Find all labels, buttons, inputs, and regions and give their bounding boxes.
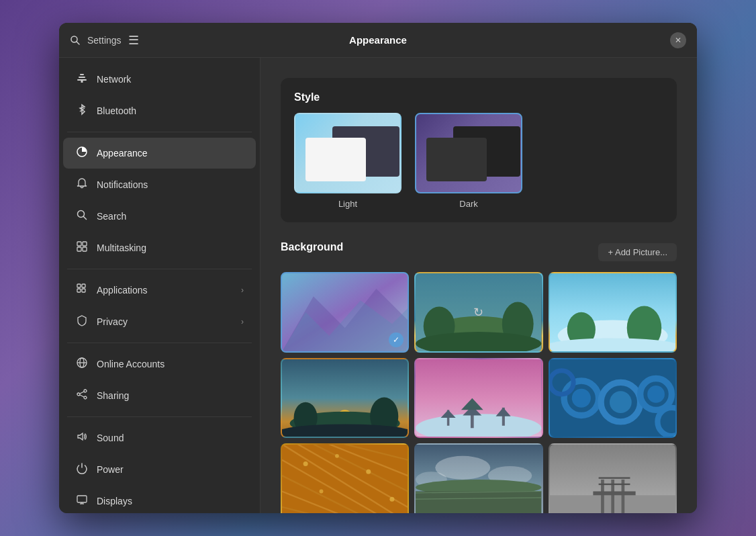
- wallpaper-item-1[interactable]: ✓: [281, 272, 409, 353]
- sidebar-item-multitasking[interactable]: Multitasking: [63, 232, 256, 263]
- sidebar-item-sound[interactable]: Sound: [63, 422, 256, 453]
- sidebar-item-sharing[interactable]: Sharing: [63, 380, 256, 411]
- svg-rect-10: [83, 242, 87, 246]
- svg-rect-25: [77, 496, 87, 502]
- svg-rect-13: [77, 284, 81, 287]
- svg-rect-12: [83, 247, 87, 251]
- network-icon: [75, 72, 89, 87]
- panel-title: Appearance: [150, 34, 606, 46]
- titlebar-left: Settings ☰: [70, 33, 150, 48]
- sidebar-label-appearance: Appearance: [97, 148, 148, 159]
- titlebar: Settings ☰ Appearance ✕: [59, 23, 697, 58]
- svg-rect-2: [77, 79, 87, 81]
- svg-rect-4: [80, 74, 84, 75]
- wallpaper-item-3[interactable]: [549, 272, 677, 353]
- svg-rect-107: [598, 484, 630, 485]
- sound-icon: [75, 431, 89, 445]
- wallpaper-item-2[interactable]: ↻: [414, 272, 542, 353]
- sidebar-item-applications[interactable]: Applications ›: [63, 275, 256, 306]
- sidebar-item-search[interactable]: Search: [63, 201, 256, 232]
- notifications-icon: [75, 177, 89, 192]
- search-icon: [75, 209, 89, 224]
- wallpaper-item-5[interactable]: [414, 358, 542, 439]
- sidebar-label-sound: Sound: [97, 433, 124, 443]
- background-section: Background + Add Picture...: [281, 241, 677, 513]
- multitasking-icon: [75, 240, 89, 255]
- svg-rect-15: [77, 289, 81, 292]
- sidebar-item-displays[interactable]: Displays: [63, 486, 256, 513]
- applications-icon: [75, 283, 89, 298]
- svg-rect-9: [77, 242, 81, 246]
- svg-rect-108: [598, 478, 630, 479]
- style-label-dark: Dark: [459, 199, 477, 209]
- style-preview-light: [294, 113, 401, 193]
- svg-point-90: [366, 470, 371, 474]
- svg-rect-14: [82, 284, 85, 287]
- wallpaper-item-9[interactable]: [549, 443, 677, 513]
- add-picture-button[interactable]: + Add Picture...: [598, 243, 677, 261]
- sidebar-label-multitasking: Multitasking: [97, 242, 146, 253]
- titlebar-search-icon[interactable]: [70, 35, 81, 46]
- close-button[interactable]: ✕: [670, 32, 686, 48]
- svg-point-88: [303, 461, 308, 466]
- wallpaper-item-6[interactable]: [549, 358, 677, 439]
- sidebar-label-privacy: Privacy: [97, 316, 128, 327]
- appearance-icon: [75, 146, 89, 161]
- sidebar-label-bluetooth: Bluetooth: [97, 105, 136, 116]
- sidebar-label-online-accounts: Online Accounts: [97, 359, 164, 369]
- applications-arrow-icon: ›: [241, 285, 244, 295]
- sidebar: Network Bluetooth: [59, 58, 261, 513]
- power-icon: [75, 462, 89, 477]
- sidebar-label-power: Power: [97, 464, 124, 475]
- svg-line-24: [80, 395, 84, 397]
- hamburger-menu[interactable]: ☰: [128, 33, 139, 48]
- settings-title: Settings: [87, 35, 122, 46]
- add-picture-label: + Add Picture...: [608, 247, 667, 257]
- svg-point-70: [571, 388, 590, 407]
- svg-rect-87: [282, 445, 408, 513]
- svg-line-1: [77, 42, 79, 44]
- sidebar-item-power[interactable]: Power: [63, 454, 256, 485]
- displays-icon: [75, 494, 89, 508]
- sidebar-item-online-accounts[interactable]: Online Accounts: [63, 349, 256, 379]
- svg-point-92: [389, 497, 394, 502]
- wallpaper-item-4[interactable]: [281, 358, 409, 439]
- settings-window: Settings ☰ Appearance ✕ Network: [59, 23, 697, 513]
- sidebar-label-sharing: Sharing: [97, 390, 129, 401]
- svg-point-21: [77, 393, 80, 396]
- style-section-title: Style: [294, 91, 663, 103]
- titlebar-right: ✕: [606, 32, 686, 48]
- sidebar-item-appearance[interactable]: Appearance: [63, 138, 256, 169]
- sidebar-item-bluetooth[interactable]: Bluetooth: [63, 95, 256, 126]
- style-option-dark[interactable]: Dark: [415, 113, 522, 209]
- privacy-icon: [75, 314, 89, 329]
- svg-rect-5: [81, 81, 83, 83]
- background-section-title: Background: [281, 241, 343, 253]
- divider-3: [67, 343, 252, 343]
- svg-line-8: [84, 217, 87, 220]
- privacy-arrow-icon: ›: [241, 317, 244, 326]
- svg-rect-3: [79, 77, 85, 78]
- sidebar-label-notifications: Notifications: [97, 179, 148, 190]
- svg-rect-98: [416, 492, 541, 513]
- sidebar-label-displays: Displays: [97, 496, 132, 506]
- svg-point-89: [335, 454, 339, 458]
- sidebar-item-network[interactable]: Network: [63, 64, 256, 95]
- style-preview-dark: [415, 113, 522, 193]
- style-option-light[interactable]: Light: [294, 113, 401, 209]
- svg-line-23: [80, 392, 84, 394]
- svg-point-20: [84, 390, 87, 392]
- svg-point-22: [84, 396, 87, 399]
- main-content: Style Light: [261, 58, 697, 513]
- sidebar-item-notifications[interactable]: Notifications: [63, 169, 256, 200]
- wallpaper-item-7[interactable]: [281, 443, 409, 513]
- wallpaper-item-8[interactable]: [414, 443, 542, 513]
- background-header: Background + Add Picture...: [281, 241, 677, 263]
- sidebar-item-privacy[interactable]: Privacy ›: [63, 306, 256, 337]
- sidebar-label-search: Search: [97, 211, 126, 222]
- svg-point-72: [610, 391, 632, 413]
- svg-rect-106: [593, 492, 635, 496]
- svg-point-74: [647, 386, 665, 403]
- divider-1: [67, 132, 252, 132]
- sharing-icon: [75, 388, 89, 403]
